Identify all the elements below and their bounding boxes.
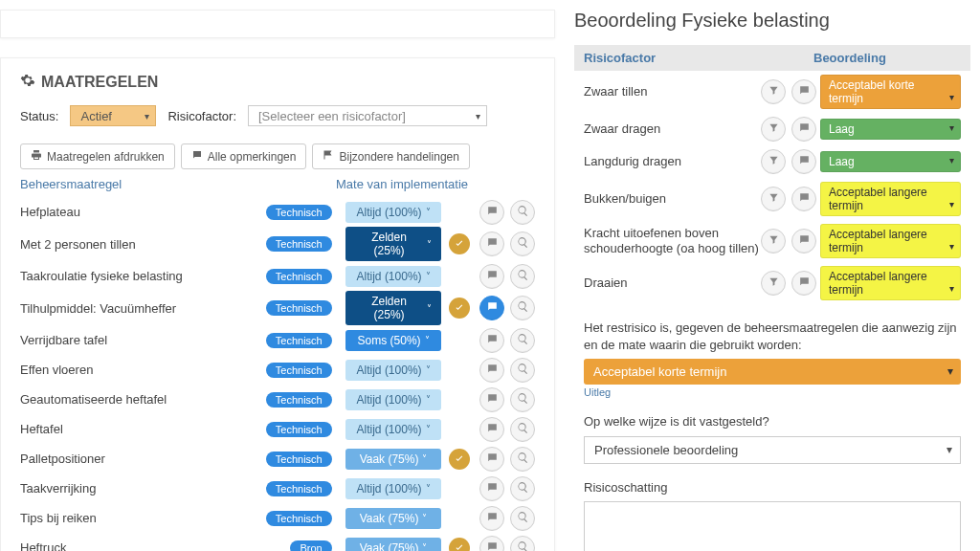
comment-button[interactable]	[479, 387, 504, 412]
check-badge[interactable]	[449, 449, 470, 470]
rating-select[interactable]: Laag	[820, 151, 961, 172]
all-comments-button[interactable]: Alle opmerkingen	[181, 143, 307, 169]
status-select[interactable]: Actief	[70, 105, 156, 126]
measure-name: Heftafel	[20, 422, 266, 436]
implementation-select[interactable]: Altijd (100%)˅	[345, 478, 442, 499]
type-tag: Technisch	[266, 269, 332, 284]
view-button[interactable]	[510, 358, 535, 383]
filter-button[interactable]	[761, 117, 786, 142]
check-badge[interactable]	[449, 298, 470, 319]
implementation-select[interactable]: Soms (50%)˅	[345, 330, 442, 351]
view-button[interactable]	[510, 476, 535, 501]
comment-button[interactable]	[479, 417, 504, 442]
restrisico-select[interactable]: Acceptabel korte termijn	[584, 359, 961, 385]
chevron-down-icon: ˅	[422, 453, 427, 464]
comment-button[interactable]	[791, 117, 816, 142]
comment-button[interactable]	[479, 536, 504, 552]
table-row: Met 2 personen tillenTechnischZelden (25…	[20, 227, 535, 261]
filter-button[interactable]	[761, 229, 786, 253]
table-row: TaakverrijkingTechnischAltijd (100%)˅	[20, 474, 535, 503]
check-badge[interactable]	[449, 538, 470, 552]
rating-select[interactable]: Acceptabel langere termijn	[820, 224, 961, 258]
comment-button[interactable]	[791, 271, 816, 296]
col-name-header: Beheersmaatregel	[20, 177, 336, 191]
comment-button[interactable]	[479, 296, 504, 320]
view-button[interactable]	[510, 231, 535, 256]
implementation-select[interactable]: Vaak (75%)˅	[345, 449, 442, 470]
method-select[interactable]: Professionele beoordeling	[584, 436, 961, 464]
check-badge[interactable]	[449, 233, 470, 254]
view-button[interactable]	[510, 387, 535, 412]
chevron-down-icon: ˅	[426, 271, 431, 281]
implementation-select[interactable]: Zelden (25%)˅	[345, 227, 442, 261]
right-header: Risicofactor Beoordeling	[574, 45, 970, 71]
schatting-label: Risicoschatting	[584, 479, 961, 496]
type-tag: Technisch	[266, 422, 332, 437]
measure-name: Verrijdbare tafel	[20, 333, 266, 347]
comment-button[interactable]	[479, 476, 504, 501]
rating-select[interactable]: Acceptabel langere termijn	[820, 182, 961, 216]
rating-select[interactable]: Acceptabel langere termijn	[820, 266, 961, 300]
comment-icon	[798, 84, 811, 99]
chevron-down-icon: ˅	[425, 335, 430, 345]
filter-button[interactable]	[761, 149, 786, 174]
comment-button[interactable]	[479, 328, 504, 353]
risk-name: Bukken/buigen	[584, 191, 761, 207]
implementation-select[interactable]: Altijd (100%)˅	[345, 389, 442, 410]
view-button[interactable]	[510, 264, 535, 289]
comment-button[interactable]	[479, 231, 504, 256]
view-button[interactable]	[510, 536, 535, 552]
comment-button[interactable]	[479, 358, 504, 383]
rating-select[interactable]: Laag	[820, 119, 961, 140]
comment-button[interactable]	[791, 79, 816, 104]
view-button[interactable]	[510, 296, 535, 320]
chevron-down-icon: ˅	[422, 542, 427, 551]
comment-icon	[486, 363, 499, 378]
comment-button[interactable]	[479, 447, 504, 472]
comment-button[interactable]	[791, 149, 816, 174]
comment-icon	[798, 276, 811, 291]
chevron-down-icon: ˅	[427, 303, 432, 314]
funnel-icon	[768, 234, 779, 248]
comment-button[interactable]	[479, 264, 504, 289]
view-button[interactable]	[510, 328, 535, 353]
uitleg-link-1[interactable]: Uitleg	[584, 386, 961, 398]
search-icon	[517, 205, 529, 220]
implementation-select[interactable]: Vaak (75%)˅	[345, 538, 442, 552]
implementation-select[interactable]: Altijd (100%)˅	[345, 202, 442, 223]
schatting-textarea[interactable]	[584, 501, 961, 551]
risk-select[interactable]: [Selecteer een risicofactor]	[248, 105, 487, 126]
filter-button[interactable]	[761, 79, 786, 104]
implementation-select[interactable]: Altijd (100%)˅	[345, 360, 442, 381]
type-tag: Technisch	[266, 392, 332, 408]
implementation-select[interactable]: Altijd (100%)˅	[345, 419, 442, 440]
special-actions-button[interactable]: Bijzondere handelingen	[312, 143, 469, 169]
view-button[interactable]	[510, 447, 535, 472]
implementation-select[interactable]: Vaak (75%)˅	[345, 508, 442, 529]
implementation-select[interactable]: Zelden (25%)˅	[345, 291, 442, 325]
comment-icon	[486, 300, 499, 316]
comment-button[interactable]	[791, 229, 816, 253]
type-tag: Technisch	[266, 205, 332, 220]
print-button[interactable]: Maatregelen afdrukken	[20, 143, 175, 169]
comment-icon	[486, 511, 499, 526]
rating-select[interactable]: Acceptabel korte termijn	[820, 75, 961, 109]
columns-header: Beheersmaatregel Mate van implementatie	[20, 177, 535, 191]
type-tag: Technisch	[266, 300, 332, 316]
implementation-select[interactable]: Altijd (100%)˅	[345, 266, 442, 287]
search-icon	[517, 481, 529, 496]
view-button[interactable]	[510, 506, 535, 531]
table-row: Verrijdbare tafelTechnischSoms (50%)˅	[20, 325, 535, 355]
comment-button[interactable]	[791, 187, 816, 211]
type-tag: Technisch	[266, 236, 332, 252]
funnel-icon	[768, 155, 779, 168]
view-button[interactable]	[510, 200, 535, 225]
view-button[interactable]	[510, 417, 535, 442]
search-icon	[517, 300, 529, 316]
comment-icon	[486, 392, 499, 408]
comment-button[interactable]	[479, 506, 504, 531]
comment-button[interactable]	[479, 200, 504, 225]
filter-button[interactable]	[761, 271, 786, 296]
risk-name: Langdurig dragen	[584, 154, 761, 169]
filter-button[interactable]	[761, 187, 786, 211]
